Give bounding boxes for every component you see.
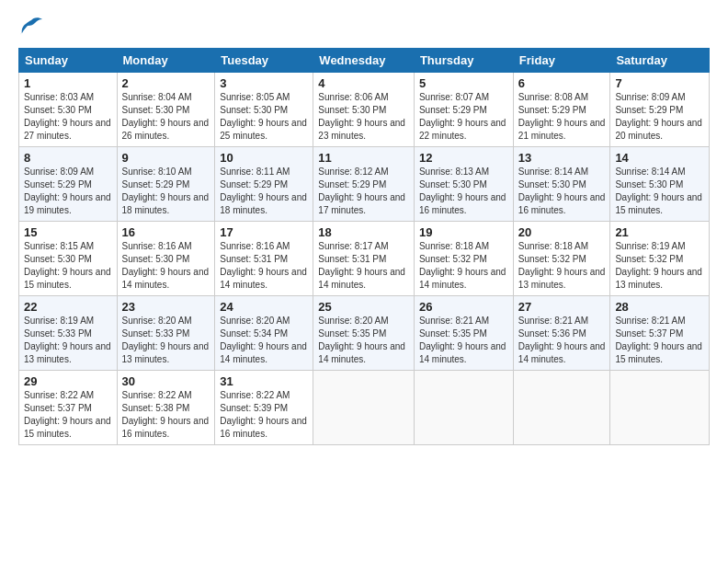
day-info: Sunrise: 8:10 AM Sunset: 5:29 PM Dayligh… — [122, 166, 210, 217]
day-info: Sunrise: 8:14 AM Sunset: 5:30 PM Dayligh… — [518, 166, 606, 217]
calendar-day: 26 Sunrise: 8:21 AM Sunset: 5:35 PM Dayl… — [414, 296, 513, 371]
day-info: Sunrise: 8:14 AM Sunset: 5:30 PM Dayligh… — [615, 166, 704, 217]
calendar-table: SundayMondayTuesdayWednesdayThursdayFrid… — [18, 48, 710, 445]
day-number: 25 — [318, 300, 409, 314]
day-number: 15 — [24, 225, 112, 239]
day-info: Sunrise: 8:13 AM Sunset: 5:30 PM Dayligh… — [419, 166, 508, 217]
day-info: Sunrise: 8:19 AM Sunset: 5:32 PM Dayligh… — [615, 240, 704, 292]
day-info: Sunrise: 8:20 AM Sunset: 5:35 PM Dayligh… — [318, 315, 409, 366]
calendar-day: 9 Sunrise: 8:10 AM Sunset: 5:29 PM Dayli… — [117, 147, 215, 222]
calendar-day: 19 Sunrise: 8:18 AM Sunset: 5:32 PM Dayl… — [414, 222, 513, 296]
day-info: Sunrise: 8:11 AM Sunset: 5:29 PM Dayligh… — [220, 166, 308, 217]
day-number: 3 — [220, 76, 308, 90]
day-number: 4 — [318, 76, 409, 90]
calendar-day: 29 Sunrise: 8:22 AM Sunset: 5:37 PM Dayl… — [19, 371, 118, 445]
day-info: Sunrise: 8:18 AM Sunset: 5:32 PM Dayligh… — [518, 240, 606, 292]
calendar-day — [513, 371, 610, 445]
day-number: 18 — [318, 225, 409, 239]
weekday-header-tuesday: Tuesday — [215, 49, 313, 73]
calendar-day: 18 Sunrise: 8:17 AM Sunset: 5:31 PM Dayl… — [313, 222, 415, 296]
calendar-day — [313, 371, 415, 445]
weekday-header-sunday: Sunday — [19, 49, 118, 73]
calendar-day: 12 Sunrise: 8:13 AM Sunset: 5:30 PM Dayl… — [414, 147, 513, 222]
day-number: 27 — [518, 300, 606, 314]
calendar-day: 23 Sunrise: 8:20 AM Sunset: 5:33 PM Dayl… — [117, 296, 215, 371]
day-number: 14 — [615, 151, 704, 165]
day-info: Sunrise: 8:06 AM Sunset: 5:30 PM Dayligh… — [318, 91, 409, 143]
calendar-day: 2 Sunrise: 8:04 AM Sunset: 5:30 PM Dayli… — [117, 73, 215, 147]
day-info: Sunrise: 8:21 AM Sunset: 5:37 PM Dayligh… — [615, 315, 704, 366]
calendar-week-5: 29 Sunrise: 8:22 AM Sunset: 5:37 PM Dayl… — [19, 371, 710, 445]
day-info: Sunrise: 8:04 AM Sunset: 5:30 PM Dayligh… — [122, 91, 210, 143]
day-info: Sunrise: 8:18 AM Sunset: 5:32 PM Dayligh… — [419, 240, 508, 292]
calendar-day: 22 Sunrise: 8:19 AM Sunset: 5:33 PM Dayl… — [19, 296, 118, 371]
calendar-week-4: 22 Sunrise: 8:19 AM Sunset: 5:33 PM Dayl… — [19, 296, 710, 371]
day-number: 8 — [24, 151, 112, 165]
calendar-day: 14 Sunrise: 8:14 AM Sunset: 5:30 PM Dayl… — [610, 147, 710, 222]
day-number: 13 — [518, 151, 606, 165]
calendar-week-3: 15 Sunrise: 8:15 AM Sunset: 5:30 PM Dayl… — [19, 222, 710, 296]
day-info: Sunrise: 8:09 AM Sunset: 5:29 PM Dayligh… — [615, 91, 704, 143]
calendar-day: 13 Sunrise: 8:14 AM Sunset: 5:30 PM Dayl… — [513, 147, 610, 222]
day-number: 9 — [122, 151, 210, 165]
calendar-day: 1 Sunrise: 8:03 AM Sunset: 5:30 PM Dayli… — [19, 73, 118, 147]
logo-icon — [18, 17, 44, 37]
weekday-header-thursday: Thursday — [414, 49, 513, 73]
calendar-day: 28 Sunrise: 8:21 AM Sunset: 5:37 PM Dayl… — [610, 296, 710, 371]
weekday-header-friday: Friday — [513, 49, 610, 73]
calendar-day: 6 Sunrise: 8:08 AM Sunset: 5:29 PM Dayli… — [513, 73, 610, 147]
day-number: 29 — [24, 374, 112, 388]
page: SundayMondayTuesdayWednesdayThursdayFrid… — [0, 0, 728, 454]
day-info: Sunrise: 8:21 AM Sunset: 5:35 PM Dayligh… — [419, 315, 508, 366]
day-number: 22 — [24, 300, 112, 314]
calendar-day: 3 Sunrise: 8:05 AM Sunset: 5:30 PM Dayli… — [215, 73, 313, 147]
day-info: Sunrise: 8:20 AM Sunset: 5:33 PM Dayligh… — [122, 315, 210, 366]
day-number: 2 — [122, 76, 210, 90]
day-number: 1 — [24, 76, 112, 90]
day-number: 19 — [419, 225, 508, 239]
day-number: 10 — [220, 151, 308, 165]
calendar-day: 20 Sunrise: 8:18 AM Sunset: 5:32 PM Dayl… — [513, 222, 610, 296]
day-number: 6 — [518, 76, 606, 90]
day-info: Sunrise: 8:09 AM Sunset: 5:29 PM Dayligh… — [24, 166, 112, 217]
day-number: 17 — [220, 225, 308, 239]
day-number: 16 — [122, 225, 210, 239]
day-info: Sunrise: 8:05 AM Sunset: 5:30 PM Dayligh… — [220, 91, 308, 143]
day-info: Sunrise: 8:21 AM Sunset: 5:36 PM Dayligh… — [518, 315, 606, 366]
day-info: Sunrise: 8:15 AM Sunset: 5:30 PM Dayligh… — [24, 240, 112, 292]
day-number: 30 — [122, 374, 210, 388]
day-number: 11 — [318, 151, 409, 165]
calendar-day — [610, 371, 710, 445]
weekday-header-wednesday: Wednesday — [313, 49, 415, 73]
day-number: 7 — [615, 76, 704, 90]
day-info: Sunrise: 8:03 AM Sunset: 5:30 PM Dayligh… — [24, 91, 112, 143]
weekday-header-monday: Monday — [117, 49, 215, 73]
day-number: 26 — [419, 300, 508, 314]
day-info: Sunrise: 8:19 AM Sunset: 5:33 PM Dayligh… — [24, 315, 112, 366]
calendar-day: 11 Sunrise: 8:12 AM Sunset: 5:29 PM Dayl… — [313, 147, 415, 222]
header — [18, 17, 710, 37]
calendar-day: 24 Sunrise: 8:20 AM Sunset: 5:34 PM Dayl… — [215, 296, 313, 371]
day-info: Sunrise: 8:22 AM Sunset: 5:37 PM Dayligh… — [24, 389, 112, 441]
day-number: 5 — [419, 76, 508, 90]
day-number: 24 — [220, 300, 308, 314]
day-info: Sunrise: 8:17 AM Sunset: 5:31 PM Dayligh… — [318, 240, 409, 292]
day-info: Sunrise: 8:16 AM Sunset: 5:30 PM Dayligh… — [122, 240, 210, 292]
calendar-day: 4 Sunrise: 8:06 AM Sunset: 5:30 PM Dayli… — [313, 73, 415, 147]
day-info: Sunrise: 8:22 AM Sunset: 5:39 PM Dayligh… — [220, 389, 308, 441]
calendar-day: 30 Sunrise: 8:22 AM Sunset: 5:38 PM Dayl… — [117, 371, 215, 445]
day-info: Sunrise: 8:16 AM Sunset: 5:31 PM Dayligh… — [220, 240, 308, 292]
day-number: 21 — [615, 225, 704, 239]
calendar-day: 25 Sunrise: 8:20 AM Sunset: 5:35 PM Dayl… — [313, 296, 415, 371]
calendar-week-2: 8 Sunrise: 8:09 AM Sunset: 5:29 PM Dayli… — [19, 147, 710, 222]
calendar-day: 7 Sunrise: 8:09 AM Sunset: 5:29 PM Dayli… — [610, 73, 710, 147]
calendar-day: 10 Sunrise: 8:11 AM Sunset: 5:29 PM Dayl… — [215, 147, 313, 222]
day-info: Sunrise: 8:08 AM Sunset: 5:29 PM Dayligh… — [518, 91, 606, 143]
calendar-day: 31 Sunrise: 8:22 AM Sunset: 5:39 PM Dayl… — [215, 371, 313, 445]
calendar-day: 16 Sunrise: 8:16 AM Sunset: 5:30 PM Dayl… — [117, 222, 215, 296]
calendar-day: 5 Sunrise: 8:07 AM Sunset: 5:29 PM Dayli… — [414, 73, 513, 147]
day-info: Sunrise: 8:20 AM Sunset: 5:34 PM Dayligh… — [220, 315, 308, 366]
calendar-day: 17 Sunrise: 8:16 AM Sunset: 5:31 PM Dayl… — [215, 222, 313, 296]
calendar-day: 27 Sunrise: 8:21 AM Sunset: 5:36 PM Dayl… — [513, 296, 610, 371]
calendar-day — [414, 371, 513, 445]
